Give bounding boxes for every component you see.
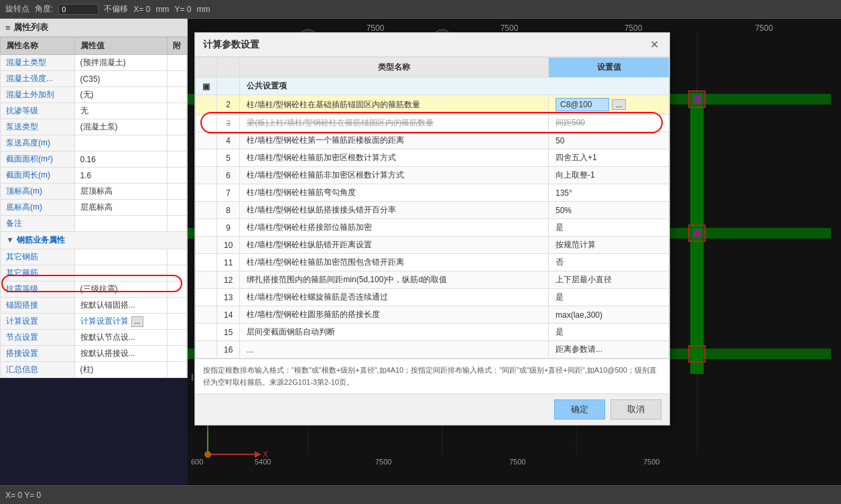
param-name-cell: 柱/墙柱/型钢砼柱在基础插筋锚固区内的箍筋数量 — [240, 95, 549, 115]
mm1-label: mm — [155, 5, 169, 14]
param-name-cell: 柱/墙柱/型钢砼柱纵筋搭接接头错开百分率 — [240, 202, 549, 219]
modal-overlay: 计算参数设置 ✕ 类型名称 设置值 ▣公共设置项2柱/墙柱/型钢砼柱在基础插筋锚… — [188, 19, 841, 485]
table-row: 2柱/墙柱/型钢砼柱在基础插筋锚固区内的箍筋数量... — [196, 95, 669, 115]
expand-icon[interactable]: ▣ — [196, 78, 217, 95]
param-name-cell: 柱/墙柱/型钢砼柱箍筋加密区根数计算方式 — [240, 149, 549, 167]
param-value-cell: 间距500 — [549, 115, 669, 132]
param-value-cell: 50% — [549, 202, 669, 219]
properties-table: 属性名称 属性值 附 混凝土类型(预拌混凝土)混凝土强度...(C35)混凝土外… — [0, 37, 187, 378]
table-row: 4柱/墙柱/型钢砼柱第一个箍筋距楼板面的距离50 — [196, 132, 669, 149]
param-value-cell: max(lae,300) — [549, 306, 669, 324]
col-name-header: 属性名称 — [1, 38, 75, 55]
param-name-cell: 柱/墙柱/型钢砼柱螺旋箍筋是否连续通过 — [240, 289, 549, 306]
top-toolbar: 旋转点 角度: 不偏移 X= 0 mm Y= 0 mm — [0, 0, 841, 19]
col-value-header: 属性值 — [74, 38, 167, 55]
table-row: 7柱/墙柱/型钢砼柱箍筋弯勾角度135° — [196, 184, 669, 202]
param-name-cell: 柱/墙柱/型钢砼柱箍筋弯勾角度 — [240, 184, 549, 202]
confirm-button[interactable]: 确定 — [554, 399, 605, 420]
param-value-cell: 是 — [549, 324, 669, 341]
param-name-cell: 柱/墙柱/型钢砼柱纵筋错开距离设置 — [240, 237, 549, 254]
param-value-cell: 50 — [549, 132, 669, 149]
calc-params-modal: 计算参数设置 ✕ 类型名称 设置值 ▣公共设置项2柱/墙柱/型钢砼柱在基础插筋锚… — [194, 32, 670, 426]
param-value-cell: 上下层最小直径 — [549, 271, 669, 289]
table-row: ▣公共设置项 — [196, 78, 669, 95]
param-value-cell: 否 — [549, 254, 669, 271]
modal-table-wrap: 类型名称 设置值 ▣公共设置项2柱/墙柱/型钢砼柱在基础插筋锚固区内的箍筋数量.… — [195, 57, 669, 359]
modal-title-bar: 计算参数设置 ✕ — [195, 33, 669, 57]
col-expand-header — [196, 58, 217, 78]
table-row: 11柱/墙柱/型钢砼柱箍筋加密范围包含错开距离否 — [196, 254, 669, 271]
table-row: 10柱/墙柱/型钢砼柱纵筋错开距离设置按规范计算 — [196, 237, 669, 254]
param-name-cell: 绑扎搭接范围内的箍筋间距min(5d,100)中，纵筋d的取值 — [240, 271, 549, 289]
param-name-cell: ... — [240, 341, 549, 359]
param-value-cell: 135° — [549, 184, 669, 202]
left-panel: ≡ 属性列表 属性名称 属性值 附 混凝土类型(预拌混凝土)混凝土强度...(C… — [0, 19, 188, 378]
offset-label: 不偏移 — [104, 3, 128, 15]
param-value-cell: 按规范计算 — [549, 237, 669, 254]
panel-header: ≡ 属性列表 — [0, 19, 187, 37]
col-extra-header: 附 — [168, 38, 187, 55]
param-name-cell: 梁(板)上柱/墙柱/型钢砼柱在箍筋锚固区内的箍筋数量 — [240, 115, 549, 132]
param-name-cell: 柱/墙柱/型钢砼柱箍筋非加密区根数计算方式 — [240, 167, 549, 184]
param-value-input[interactable] — [556, 98, 609, 111]
param-name-cell: 柱/墙柱/型钢砼柱搭接部位箍筋加密 — [240, 219, 549, 237]
param-value-cell: 向上取整-1 — [549, 167, 669, 184]
param-name-cell: 柱/墙柱/型钢砼柱圆形箍筋的搭接长度 — [240, 306, 549, 324]
modal-close-button[interactable]: ✕ — [647, 38, 661, 51]
param-value-cell: 是 — [549, 289, 669, 306]
modal-title: 计算参数设置 — [203, 39, 259, 51]
table-row: 13柱/墙柱/型钢砼柱螺旋箍筋是否连续通过是 — [196, 289, 669, 306]
table-row: 16...距离参数请... — [196, 341, 669, 359]
modal-params-table: 类型名称 设置值 ▣公共设置项2柱/墙柱/型钢砼柱在基础插筋锚固区内的箍筋数量.… — [195, 57, 669, 359]
modal-info-text: 按指定根数排布输入格式："根数"或"根数+级别+直径",如4A10；按指定间距排… — [203, 366, 657, 386]
col-value-header: 设置值 — [549, 58, 669, 78]
table-row: 5柱/墙柱/型钢砼柱箍筋加密区根数计算方式四舍五入+1 — [196, 149, 669, 167]
x-label: X= 0 — [133, 5, 150, 14]
param-name-cell: 柱/墙柱/型钢砼柱第一个箍筋距楼板面的距离 — [240, 132, 549, 149]
param-name-cell: 柱/墙柱/型钢砼柱箍筋加密范围包含错开距离 — [240, 254, 549, 271]
table-row: 15层间变截面钢筋自动判断是 — [196, 324, 669, 341]
param-value-cell: 距离参数请... — [549, 341, 669, 359]
col-type-header: 类型名称 — [240, 58, 549, 78]
table-row: 14柱/墙柱/型钢砼柱圆形箍筋的搭接长度max(lae,300) — [196, 306, 669, 324]
rotate-point-label: 旋转点 — [5, 3, 29, 15]
param-value-cell[interactable]: ... — [549, 95, 669, 115]
param-name-cell: 层间变截面钢筋自动判断 — [240, 324, 549, 341]
param-value-cell: 四舍五入+1 — [549, 149, 669, 167]
angle-label: 角度: — [35, 3, 53, 15]
cancel-button[interactable]: 取消 — [610, 399, 661, 420]
table-row: 6柱/墙柱/型钢砼柱箍筋非加密区根数计算方式向上取整-1 — [196, 167, 669, 184]
mm2-label: mm — [196, 5, 210, 14]
modal-footer: 确定 取消 — [195, 393, 669, 425]
param-dots-btn[interactable]: ... — [612, 99, 626, 110]
calc-setting-dots-btn[interactable]: ... — [131, 316, 143, 327]
col-num-header — [217, 58, 240, 78]
param-value-cell: 是 — [549, 219, 669, 237]
angle-input[interactable] — [58, 4, 99, 15]
modal-info-bar: 按指定根数排布输入格式："根数"或"根数+级别+直径",如4A10；按指定间距排… — [195, 359, 669, 393]
y-label: Y= 0 — [174, 5, 191, 14]
table-row: 12绑扎搭接范围内的箍筋间距min(5d,100)中，纵筋d的取值上下层最小直径 — [196, 271, 669, 289]
table-row: 9柱/墙柱/型钢砼柱搭接部位箍筋加密是 — [196, 219, 669, 237]
table-row: 8柱/墙柱/型钢砼柱纵筋搭接接头错开百分率50% — [196, 202, 669, 219]
panel-title: 属性列表 — [13, 21, 48, 34]
coords-display: X= 0 Y= 0 — [5, 491, 41, 500]
bottom-bar: X= 0 Y= 0 — [0, 485, 841, 504]
table-row: 3梁(板)上柱/墙柱/型钢砼柱在箍筋锚固区内的箍筋数量间距500 — [196, 115, 669, 132]
